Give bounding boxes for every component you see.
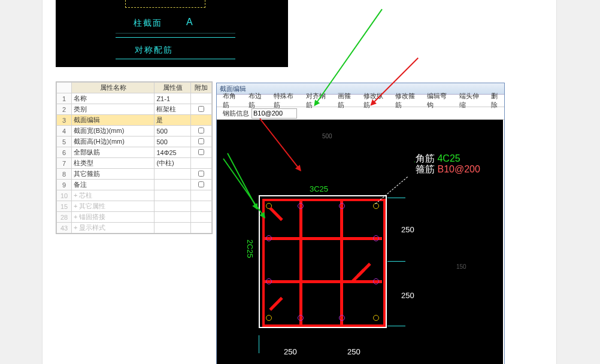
cad-snippet-top: 柱截面 A 对称配筋 (56, 0, 288, 67)
tool-special[interactable]: 特殊布筋 (274, 92, 299, 110)
dim-right-1: 250 (401, 225, 414, 234)
prop-extra-check[interactable] (198, 171, 204, 177)
rebar-info-label: 钢筋信息 (223, 109, 249, 118)
cad-label-section: 柱截面 (134, 18, 162, 29)
prop-val[interactable]: Z1-1 (154, 93, 191, 104)
tool-edit-hook[interactable]: 编辑弯钩 (427, 92, 453, 110)
note-stirrup: 箍筋 B10@200 (416, 163, 480, 176)
prop-extra-check[interactable] (198, 138, 204, 144)
cad-label-a: A (186, 17, 193, 28)
tool-edge[interactable]: 布边筋 (249, 92, 268, 110)
dim-side-150: 150 (456, 263, 466, 270)
tool-end-extend[interactable]: 端头伸缩 (459, 92, 485, 110)
section-editor: 截面编辑 布角筋 布边筋 特殊布筋 对齐钢筋 画箍筋 修改纵筋 修改箍筋 编辑弯… (216, 83, 505, 364)
tool-draw-stirrup[interactable]: 画箍筋 (338, 92, 357, 110)
tool-modify-stirrup[interactable]: 修改箍筋 (395, 92, 421, 110)
stirrup-v2 (340, 200, 343, 324)
prop-extra-check[interactable] (198, 128, 204, 134)
prop-name[interactable]: 名称 (72, 93, 154, 104)
col-extra: 附加 (191, 83, 212, 93)
prop-extra-check[interactable] (198, 149, 204, 155)
prop-extra-check[interactable] (198, 181, 204, 187)
tool-corner[interactable]: 布角筋 (223, 92, 243, 110)
editor-toolbar: 布角筋 布边筋 特殊布筋 对齐钢筋 画箍筋 修改纵筋 修改箍筋 编辑弯钩 端头伸… (217, 95, 504, 107)
dim-bot-1: 250 (284, 347, 297, 356)
col-name: 属性名称 (72, 83, 154, 93)
stirrup-v1 (299, 200, 302, 324)
dim-left-2c25: 2C25 (246, 239, 254, 258)
dim-top-500: 500 (322, 133, 332, 139)
col-value: 属性值 (154, 83, 191, 93)
rebar-info-input[interactable] (251, 108, 297, 119)
cad-section-box (125, 0, 205, 8)
cad-label-sym: 对称配筋 (135, 45, 173, 56)
dim-top-3c25: 3C25 (310, 184, 328, 193)
dim-bot-2: 250 (347, 347, 360, 356)
editor-canvas[interactable]: 500 (217, 120, 503, 364)
tool-delete[interactable]: 删除 (491, 92, 504, 110)
content-card: 柱截面 A 对称配筋 属性名称 属性值 附加 1名称Z1-1 2类别框架柱 3截… (42, 0, 557, 364)
property-panel: 属性名称 属性值 附加 1名称Z1-1 2类别框架柱 3截面编辑是 4截面宽(B… (56, 81, 213, 234)
stirrup-h1 (263, 237, 382, 240)
stirrup-h2 (263, 280, 382, 283)
prop-extra-check[interactable] (198, 106, 204, 112)
dim-right-2: 250 (401, 291, 414, 300)
